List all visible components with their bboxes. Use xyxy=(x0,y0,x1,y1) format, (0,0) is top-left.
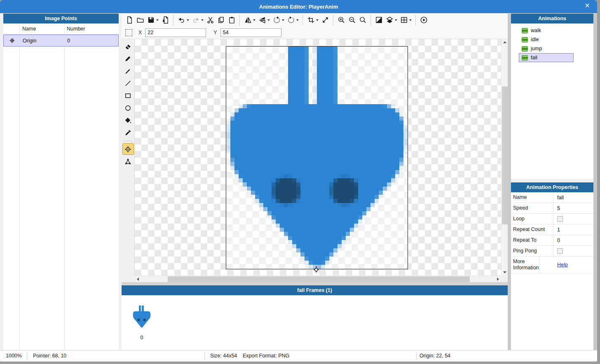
property-row-repeat-to: Repeat To 0 xyxy=(511,235,593,246)
onion-skin-dropdown-arrow[interactable] xyxy=(395,19,397,21)
animation-item-jump[interactable]: jump xyxy=(519,44,574,53)
name-value[interactable]: fall xyxy=(553,192,593,203)
ellipse-tool[interactable] xyxy=(122,102,134,114)
crop-button[interactable] xyxy=(306,15,316,25)
brush-tool[interactable] xyxy=(122,65,134,77)
flip-button[interactable] xyxy=(257,15,267,25)
status-divider xyxy=(27,352,27,360)
vertical-scroll-thumb[interactable] xyxy=(502,86,508,224)
pointer-position: Pointer: 68, 10 xyxy=(33,353,66,359)
pencil-tool[interactable] xyxy=(122,53,134,64)
repeat-count-value[interactable]: 1 xyxy=(553,224,593,235)
frame-thumbnail-image[interactable] xyxy=(133,306,151,328)
sprite-image[interactable] xyxy=(226,47,408,269)
redo-dropdown-arrow[interactable] xyxy=(201,19,204,21)
undo-dropdown-arrow[interactable] xyxy=(187,19,189,21)
image-points-panel: Image Points Name Number Origin 0 xyxy=(3,14,119,350)
scroll-left-arrow[interactable] xyxy=(137,278,139,281)
image-point-name: Origin xyxy=(20,38,65,44)
panel-splitter[interactable] xyxy=(508,14,511,350)
number-column-header: Number xyxy=(64,23,119,34)
image-canvas[interactable] xyxy=(226,46,408,269)
fill-tool[interactable] xyxy=(122,114,134,126)
export-format: Export Format: PNG xyxy=(243,353,289,359)
vertical-scrollbar[interactable] xyxy=(501,39,508,275)
grid-line xyxy=(19,23,20,350)
scrollbar-corner xyxy=(501,275,508,282)
x-input[interactable] xyxy=(145,28,206,37)
rotate-ccw-button[interactable] xyxy=(272,15,281,25)
animations-header: Animations xyxy=(511,14,593,23)
origin-point-icon xyxy=(4,37,20,44)
scroll-down-arrow[interactable] xyxy=(503,271,506,273)
status-bar: 1000% Pointer: 68, 10 Size: 44x54 Export… xyxy=(0,350,597,362)
animation-icon xyxy=(522,55,528,61)
x-label: X xyxy=(138,30,142,35)
rectangle-tool[interactable] xyxy=(122,90,134,101)
frame-thumbnail-0[interactable]: 0 xyxy=(133,306,151,341)
grid-line xyxy=(64,23,65,350)
canvas-viewport[interactable] xyxy=(135,39,501,275)
rotate-cw-button[interactable] xyxy=(286,15,296,25)
eyedropper-tool[interactable] xyxy=(122,127,134,138)
preview-animation-button[interactable] xyxy=(419,15,429,25)
mirror-button[interactable] xyxy=(243,15,253,25)
image-point-row-origin[interactable]: Origin 0 xyxy=(3,35,119,47)
animations-list: walk idle jump fall xyxy=(511,23,593,62)
resize-button[interactable] xyxy=(320,15,330,25)
image-points-tool[interactable] xyxy=(122,156,134,167)
export-button[interactable] xyxy=(160,15,170,25)
redo-button[interactable] xyxy=(191,15,201,25)
y-input[interactable] xyxy=(220,28,281,37)
scroll-right-arrow[interactable] xyxy=(497,278,499,281)
right-scroll-strip xyxy=(593,14,597,350)
line-tool[interactable] xyxy=(122,77,134,89)
onion-skin-button[interactable] xyxy=(384,15,394,25)
save-dropdown-arrow[interactable] xyxy=(156,19,159,21)
origin-marker[interactable] xyxy=(313,266,319,275)
ping-pong-checkbox[interactable] xyxy=(557,248,563,254)
new-button[interactable] xyxy=(124,15,134,25)
grid-dropdown-arrow[interactable] xyxy=(409,19,412,21)
paste-button[interactable] xyxy=(227,15,237,25)
open-button[interactable] xyxy=(135,15,145,25)
eraser-tool[interactable] xyxy=(122,40,134,52)
horizontal-scrollbar[interactable] xyxy=(135,275,501,282)
undo-button[interactable] xyxy=(176,15,186,25)
zoom-in-button[interactable] xyxy=(336,15,346,25)
rotate-cw-dropdown-arrow[interactable] xyxy=(296,19,299,21)
image-points-column-headers: Name Number xyxy=(3,23,119,35)
rotate-ccw-dropdown-arrow[interactable] xyxy=(282,19,284,21)
close-button[interactable]: × xyxy=(582,1,592,10)
copy-button[interactable] xyxy=(216,15,226,25)
property-row-loop: Loop xyxy=(511,214,593,224)
image-size: Size: 44x54 xyxy=(210,353,237,359)
help-link[interactable]: Help xyxy=(557,262,568,268)
background-toggle-button[interactable] xyxy=(374,15,384,25)
scroll-up-arrow[interactable] xyxy=(503,41,506,43)
horizontal-scroll-thumb[interactable] xyxy=(168,276,470,282)
crop-dropdown-arrow[interactable] xyxy=(316,19,319,21)
grid-button[interactable] xyxy=(399,15,409,25)
animations-editor-dialog: Animations Editor: PlayerAnim × Image Po… xyxy=(0,0,597,362)
cut-button[interactable] xyxy=(205,15,215,25)
flip-dropdown-arrow[interactable] xyxy=(267,19,270,21)
animation-item-fall[interactable]: fall xyxy=(519,53,574,62)
selection-marquee-icon[interactable] xyxy=(125,29,132,36)
animation-item-walk[interactable]: walk xyxy=(519,26,574,35)
animation-item-idle[interactable]: idle xyxy=(519,35,574,44)
speed-value[interactable]: 5 xyxy=(553,203,593,213)
animation-properties-panel: Animation Properties Name fall Speed 5 L… xyxy=(511,182,593,350)
toolbar-row-main xyxy=(122,14,508,26)
frames-splitter[interactable] xyxy=(122,282,508,285)
origin-tool[interactable] xyxy=(122,143,134,155)
name-column-header: Name xyxy=(20,23,64,34)
zoom-reset-button[interactable] xyxy=(358,15,368,25)
save-button[interactable] xyxy=(146,15,156,25)
zoom-out-button[interactable] xyxy=(347,15,357,25)
editor-toolbar: X Y xyxy=(122,14,508,39)
animation-icon xyxy=(522,28,528,33)
repeat-to-value[interactable]: 0 xyxy=(553,235,593,245)
mirror-dropdown-arrow[interactable] xyxy=(253,19,255,21)
loop-checkbox[interactable] xyxy=(557,216,563,222)
